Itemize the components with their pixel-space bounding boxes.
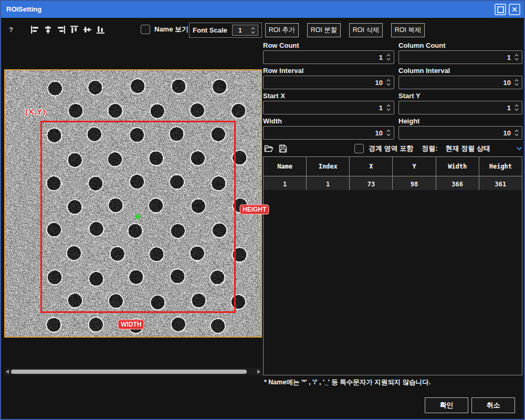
roi-split-button[interactable]: ROI 분할 [307,23,341,37]
start-x-spinbox[interactable]: 1 [263,101,394,114]
align-vcenter-icon[interactable] [83,25,92,34]
start-y-spinbox[interactable]: 1 [398,101,522,114]
width-spinbox[interactable]: 10 [263,126,394,140]
spinner-arrows-icon[interactable] [386,78,391,87]
roi-height-label: HEIGHT [240,205,268,214]
align-left-icon[interactable] [30,25,39,34]
col-header-y[interactable]: Y [393,157,436,176]
table-empty-area [263,190,522,375]
boundary-area-checkbox[interactable] [354,144,364,153]
col-header-name[interactable]: Name [264,157,307,176]
height-field: Height 10 [398,117,522,140]
name-view-option: Name 보기 [141,25,188,34]
close-icon: ✕ [511,5,518,14]
height-label: Height [398,117,522,126]
font-scale-value: 1 [233,27,248,34]
column-count-field: Column Count 1 [398,41,522,64]
sort-dropdown[interactable]: 현재 정렬 상태 [438,144,522,153]
boundary-area-label: 경계 영역 포함 [369,144,413,153]
scroll-left-arrow-icon[interactable] [6,370,9,374]
row-count-spinbox[interactable]: 1 [263,50,394,64]
options-row: 경계 영역 포함 정렬: 현재 정렬 상태 [264,142,522,155]
column-count-label: Column Count [398,41,522,50]
cancel-button[interactable]: 취소 [471,397,515,413]
start-x-field: Start X 1 [263,91,394,114]
start-y-label: Start Y [398,91,522,101]
spinner-arrows-icon[interactable] [514,129,519,137]
close-button[interactable]: ✕ [509,4,520,15]
sort-label: 정렬: [422,144,437,153]
col-header-height[interactable]: Height [479,157,522,176]
name-view-checkbox[interactable] [141,25,150,34]
width-label: Width [263,117,394,126]
scroll-right-arrow-icon[interactable] [257,370,260,374]
spinner-arrows-icon[interactable] [386,129,391,137]
roi-add-button[interactable]: ROI 추가 [265,23,299,37]
align-top-icon[interactable] [70,25,79,34]
roi-delete-button[interactable]: ROI 삭제 [349,23,383,37]
col-header-x[interactable]: X [350,157,393,176]
open-folder-icon[interactable] [264,144,274,153]
spinner-arrows-icon[interactable] [514,78,519,87]
row-interval-label: Row Interval [263,66,394,76]
row-interval-spinbox[interactable]: 10 [263,76,394,89]
image-viewer[interactable]: (X,Y) HEIGHT WIDTH [4,69,262,338]
spinner-arrows-icon[interactable] [514,53,519,61]
table-header-row: Name Index X Y Width Height [264,157,522,176]
sort-selected-value: 현재 정렬 상태 [446,144,516,153]
column-interval-spinbox[interactable]: 10 [398,76,522,89]
roi-duplicate-button[interactable]: ROI 복제 [391,23,425,37]
align-bottom-icon[interactable] [96,25,105,34]
roi-table: Name Index X Y Width Height 1 1 73 98 36… [263,156,522,193]
maximize-icon [497,6,504,13]
save-icon[interactable] [278,144,288,153]
start-y-field: Start Y 1 [398,91,522,114]
start-x-label: Start X [263,91,394,101]
chevron-down-icon [516,146,522,151]
column-interval-field: Column Interval 10 [398,66,522,89]
col-header-index[interactable]: Index [307,157,350,176]
name-restriction-note: * Name에는 '*' , '/' , '_' 등 특수문자가 지원되지 않습… [264,378,430,387]
spinner-arrows-icon[interactable] [514,103,519,112]
roi-setting-dialog: ROISetting ✕ ? Name 보기 Fo [0,0,525,420]
horizontal-scrollbar[interactable] [4,368,262,375]
column-count-spinbox[interactable]: 1 [398,50,522,64]
align-right-icon[interactable] [57,25,66,34]
roi-parameter-grid: Row Count 1 Column Count 1 Row Interval … [263,41,522,142]
align-hcenter-icon[interactable] [44,25,52,34]
spinner-arrows-icon[interactable] [250,26,256,35]
maximize-button[interactable] [495,4,506,15]
row-interval-field: Row Interval 10 [263,66,394,89]
scrollbar-thumb[interactable] [11,370,247,374]
column-interval-label: Column Interval [398,66,522,76]
help-icon[interactable]: ? [9,26,13,34]
row-count-label: Row Count [263,41,394,50]
font-scale-group: Font Scale 1 [189,23,262,38]
spinner-arrows-icon[interactable] [386,103,391,112]
font-scale-spinner[interactable]: 1 [232,25,258,36]
roi-button-row: ROI 추가 ROI 분할 ROI 삭제 ROI 복제 [265,23,425,37]
window-title: ROISetting [6,1,41,18]
col-header-width[interactable]: Width [436,157,479,176]
ok-button[interactable]: 확인 [425,397,468,413]
font-scale-label: Font Scale [193,26,227,34]
height-spinbox[interactable]: 10 [398,126,522,140]
name-view-label: Name 보기 [154,25,188,34]
row-count-field: Row Count 1 [263,41,394,64]
width-field: Width 10 [263,117,394,140]
roi-xy-label: (X,Y) [25,107,46,116]
spinner-arrows-icon[interactable] [386,53,391,61]
roi-width-label: WIDTH [119,320,143,329]
titlebar[interactable]: ROISetting ✕ [1,1,524,18]
align-toolbar [30,25,105,34]
